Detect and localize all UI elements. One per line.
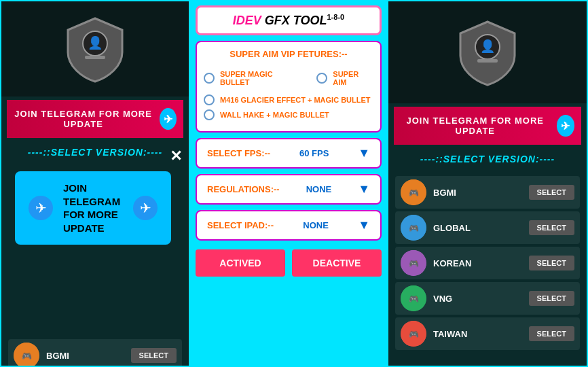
select-bgmi-right[interactable]: SELECT (529, 185, 574, 200)
feature-super-magic-label: SUPER MAGIC BULLET (220, 70, 303, 86)
feature-wall-label: WALL HAKE + MAGIC BULLET (220, 111, 329, 119)
left-shield-icon: 👤 (58, 12, 132, 86)
ipad-value: NONE (303, 220, 329, 230)
game-name-global-right: GLOBAL (433, 223, 522, 233)
select-korean-right[interactable]: SELECT (529, 256, 574, 270)
regulations-dropdown-icon[interactable]: ▼ (358, 182, 370, 196)
table-row: 🎮 TAIWAN SELECT (395, 317, 580, 350)
select-taiwan-right[interactable]: SELECT (529, 326, 574, 341)
game-name-bgmi-left: BGMI (46, 351, 124, 361)
feature-row: WALL HAKE + MAGIC BULLET (204, 109, 373, 120)
svg-text:👤: 👤 (480, 39, 496, 54)
svg-text:🎮: 🎮 (409, 223, 419, 233)
radio-m416[interactable] (204, 94, 215, 105)
right-telegram-label: JOIN TELEGRAM FOR MORE UPDATE (401, 116, 550, 136)
right-shield-icon: 👤 (450, 15, 525, 90)
svg-text:🎮: 🎮 (409, 188, 419, 198)
left-select-version-label: ----::SELECT VERSION:---- (28, 141, 162, 163)
feature-super-aim-label: SUPER AIM (333, 70, 373, 86)
left-game-list: 🎮 BGMI SELECT 🎮 GLOBAL SELECT 🎮 KOREAN S… (1, 333, 189, 367)
right-telegram-icon: ✈ (557, 115, 574, 137)
feature-row: SUPER MAGIC BULLET (204, 70, 303, 86)
center-panel: IDEV GFX TOOL1-8-0 SUPER AIM VIP FETURES… (190, 0, 387, 367)
feature-row: M416 GLACIER EFFECT + MAGIC BULLET (204, 94, 373, 105)
fps-value: 60 FPS (299, 148, 329, 158)
regulations-control-box: REGULATIONS:-- NONE ▼ (196, 174, 382, 205)
deactive-button[interactable]: DEACTIVE (292, 249, 382, 277)
right-telegram-button[interactable]: JOIN TELEGRAM FOR MORE UPDATE ✈ (394, 107, 581, 145)
avatar: 🎮 (401, 285, 426, 311)
svg-text:🎮: 🎮 (409, 258, 419, 268)
gfx-title: IDEV GFX TOOL1-8-0 (233, 14, 344, 27)
left-telegram-icon: ✈ (160, 108, 177, 130)
radio-super-magic[interactable] (204, 73, 215, 84)
gfx-text: GFX TOOL (261, 14, 327, 27)
regulations-value: NONE (306, 184, 332, 194)
svg-text:👤: 👤 (88, 35, 103, 50)
popup-text: JOIN TELEGRAM FOR MORE UPDATE (63, 181, 123, 234)
table-row: 🎮 KOREAN SELECT (395, 247, 580, 279)
svg-rect-2 (85, 56, 105, 59)
svg-text:🎮: 🎮 (409, 329, 419, 339)
feature-row: SUPER AIM (316, 70, 373, 86)
ipad-label: SELECT IPAD:-- (207, 220, 274, 230)
features-box: SUPER AIM VIP FETURES:-- SUPER MAGIC BUL… (196, 41, 382, 133)
left-telegram-label: JOIN TELEGRAM FOR MORE UPDATE (14, 109, 153, 129)
left-shield-area: 👤 (1, 1, 189, 97)
avatar: 🎮 (401, 215, 426, 241)
table-row: 🎮 BGMI SELECT (395, 176, 580, 209)
fps-dropdown-icon[interactable]: ▼ (358, 146, 370, 160)
close-button[interactable]: ✕ (170, 147, 182, 165)
gfx-sup: 1-8-0 (327, 13, 345, 21)
bottom-buttons: ACTIVED DEACTIVE (196, 249, 382, 277)
svg-text:🎮: 🎮 (409, 294, 419, 304)
avatar: 🎮 (14, 343, 39, 367)
ipad-control-box: SELECT IPAD:-- NONE ▼ (196, 210, 382, 241)
avatar: 🎮 (401, 250, 426, 276)
actived-button[interactable]: ACTIVED (196, 249, 285, 277)
regulations-label: REGULATIONS:-- (207, 184, 280, 194)
gfx-header: IDEV GFX TOOL1-8-0 (196, 5, 382, 35)
game-name-korean-right: KOREAN (433, 258, 522, 268)
table-row: 🎮 VNG SELECT (395, 282, 580, 315)
select-global-right[interactable]: SELECT (529, 220, 574, 235)
game-name-bgmi-right: BGMI (433, 188, 522, 198)
select-vng-right[interactable]: SELECT (529, 291, 574, 306)
fps-control-box: SELECT FPS:-- 60 FPS ▼ (196, 138, 382, 169)
right-game-list: 🎮 BGMI SELECT 🎮 GLOBAL SELECT 🎮 KOREAN S… (388, 170, 587, 356)
features-title: SUPER AIM VIP FETURES:-- (204, 49, 373, 59)
right-panel: 👤 JOIN TELEGRAM FOR MORE UPDATE ✈ ----::… (387, 0, 588, 367)
svg-text:🎮: 🎮 (22, 351, 32, 361)
avatar: 🎮 (401, 179, 426, 205)
popup-telegram-icon-left: ✈ (29, 196, 53, 220)
idev-text: IDEV (233, 14, 261, 27)
table-row: 🎮 BGMI SELECT (8, 339, 182, 367)
svg-rect-13 (477, 59, 498, 63)
right-shield-area: 👤 (388, 1, 587, 103)
ipad-dropdown-icon[interactable]: ▼ (358, 218, 370, 232)
telegram-popup: ✈ JOIN TELEGRAM FOR MORE UPDATE ✈ (15, 171, 171, 245)
feature-m416-label: M416 GLACIER EFFECT + MAGIC BULLET (220, 96, 371, 104)
left-telegram-button[interactable]: JOIN TELEGRAM FOR MORE UPDATE ✈ (7, 100, 183, 138)
avatar: 🎮 (401, 321, 426, 347)
select-bgmi-left[interactable]: SELECT (131, 348, 177, 363)
fps-label: SELECT FPS:-- (207, 148, 270, 158)
table-row: 🎮 GLOBAL SELECT (395, 211, 580, 244)
game-name-taiwan-right: TAIWAN (433, 329, 522, 339)
right-select-version-label: ----::SELECT VERSION:---- (420, 148, 555, 170)
radio-wall[interactable] (204, 109, 215, 120)
radio-super-aim[interactable] (316, 73, 327, 84)
left-panel: 👤 JOIN TELEGRAM FOR MORE UPDATE ✈ ----::… (0, 0, 190, 367)
popup-telegram-icon-right: ✈ (133, 196, 158, 220)
game-name-vng-right: VNG (433, 294, 522, 304)
